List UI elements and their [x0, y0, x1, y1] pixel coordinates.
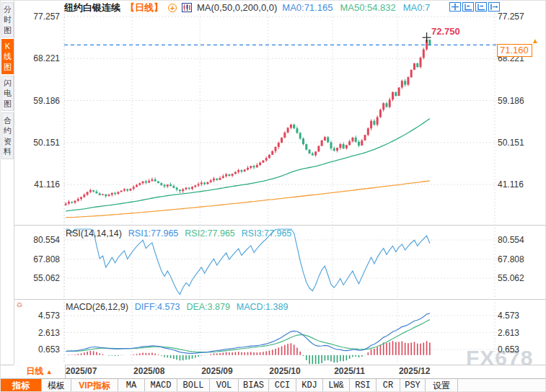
toolbar-item-VIP指标[interactable]: VIP指标: [71, 379, 118, 392]
candle-body: [401, 81, 403, 87]
candle-body: [413, 63, 415, 70]
candle-body: [256, 165, 258, 167]
candle-body: [206, 182, 208, 184]
candle-body: [80, 197, 82, 200]
candle-body: [324, 137, 326, 141]
candle-body: [268, 155, 270, 159]
period-arrow-icon: ▲: [46, 368, 53, 375]
candle-body: [262, 161, 264, 163]
candle-body: [265, 158, 268, 160]
indicator-toolbar: 指标模板VIP指标MAMACDBOLLVOLBIASCCIKDJLW&RSICR…: [1, 378, 546, 392]
toolbar-item-指标[interactable]: 指标: [1, 379, 42, 392]
candle-body: [232, 174, 234, 176]
candle-body: [345, 145, 348, 148]
dea-line: [66, 320, 430, 352]
candle-body: [164, 185, 166, 187]
move-crosshair-icon[interactable]: [449, 2, 461, 12]
candle-body: [111, 193, 113, 195]
ma-values: MA0:71.165MA50:54.832MA0:7: [282, 2, 430, 13]
axis-label: 41.116: [15, 179, 60, 190]
toolbar-item-LW&[interactable]: LW&: [323, 379, 350, 392]
candle-body: [228, 174, 230, 176]
toolbar-item-BIAS[interactable]: BIAS: [239, 379, 269, 392]
candle-body: [176, 188, 178, 190]
candle-body: [283, 133, 286, 138]
candle-body: [274, 147, 276, 151]
axis-label: 50.151: [498, 138, 524, 148]
toolbar-item-CR[interactable]: CR: [377, 379, 400, 392]
candle-body: [126, 190, 128, 191]
toolbar-item-设置[interactable]: 设置: [426, 379, 458, 392]
symbol-title: 纽约白银连续: [64, 1, 120, 14]
candle-body: [198, 184, 200, 185]
candle-body: [290, 125, 292, 128]
month-tick-label: 2025/12: [399, 366, 430, 376]
period-tag[interactable]: 【日线】: [126, 1, 163, 14]
toolbar-item-KDJ[interactable]: KDJ: [296, 379, 323, 392]
ma-formula: MA(0,50,0,200,0,0): [197, 2, 277, 13]
axis-label: 77.257: [15, 12, 60, 22]
toolbar-item-VOL[interactable]: VOL: [210, 379, 239, 392]
ma50-line: [66, 119, 430, 211]
axis-label: 2.613: [15, 328, 60, 338]
date-row-divider: [1, 365, 546, 365]
candle-body: [102, 195, 104, 195]
candle-body: [151, 179, 153, 181]
price-up-marker-icon: ▲: [532, 37, 539, 45]
candle-body: [219, 178, 221, 180]
axis-label: 67.808: [15, 254, 60, 264]
axis-label: 59.186: [15, 96, 60, 106]
candle-body: [210, 180, 212, 182]
candle-body: [416, 63, 418, 67]
rsi-pane-header: RSI(14,14,14) RSI1:77.965RSI2:77.965RSI3…: [66, 228, 291, 239]
period-selector[interactable]: 日线 ▲: [14, 365, 66, 378]
toolbar-item-CCI[interactable]: CCI: [269, 379, 296, 392]
candle-body: [423, 49, 425, 58]
candle-body: [123, 190, 126, 191]
candle-body: [169, 184, 172, 186]
candle-body: [244, 169, 246, 172]
axis-label: 68.221: [15, 53, 60, 63]
toolbar-item-PSY[interactable]: PSY: [400, 379, 426, 392]
zoom-in-axis-icon[interactable]: [462, 2, 474, 12]
candle-body: [201, 183, 203, 184]
candle-body: [92, 190, 94, 192]
add-indicator-icon[interactable]: +: [168, 4, 177, 12]
macd-pane-header: MACD(26,12,9) DIFF:4.573DEA:3.879MACD:1.…: [66, 302, 288, 312]
kline-chart-icon[interactable]: [182, 3, 192, 12]
rsi-value: RSI2:77.965: [185, 228, 235, 239]
candle-body: [154, 179, 157, 182]
candle-body: [392, 92, 394, 99]
candle-body: [133, 187, 135, 189]
macd-values: DIFF:4.573DEA:3.879MACD:1.389: [135, 302, 289, 312]
axis-label: 0.653: [498, 344, 519, 355]
candle-body: [355, 138, 357, 142]
pan-right-icon[interactable]: [488, 2, 500, 12]
toolbar-item-BOLL[interactable]: BOLL: [177, 379, 210, 392]
candle-body: [142, 182, 144, 184]
candle-body: [327, 137, 329, 142]
month-tick-label: 2025/08: [133, 366, 164, 376]
candle-body: [160, 183, 162, 185]
candle-body: [278, 143, 280, 147]
rsi-value: RSI3:77.965: [242, 228, 292, 239]
candle-body: [114, 193, 116, 194]
candle-body: [389, 99, 391, 107]
candle-body: [68, 202, 70, 204]
axis-label: 55.062: [15, 273, 60, 283]
axis-label: 2.613: [498, 328, 519, 338]
axis-label: 59.186: [498, 96, 524, 106]
ma-value: MA0:71.165: [282, 2, 333, 13]
zoom-out-axis-icon[interactable]: [475, 2, 487, 12]
macd-value: MACD:1.389: [237, 302, 289, 312]
candle-body: [404, 81, 406, 84]
toolbar-item-模板[interactable]: 模板: [42, 379, 71, 392]
chart-canvas[interactable]: [1, 1, 546, 392]
toolbar-item-MA[interactable]: MA: [118, 379, 145, 392]
chart-tool-icons: [449, 2, 500, 12]
indicator-settings-icon[interactable]: ☼: [15, 298, 24, 309]
toolbar-item-MACD[interactable]: MACD: [145, 379, 177, 392]
month-tick-label: 2025/11: [334, 366, 365, 376]
toolbar-item-RSI[interactable]: RSI: [350, 379, 377, 392]
candle-body: [105, 195, 107, 197]
